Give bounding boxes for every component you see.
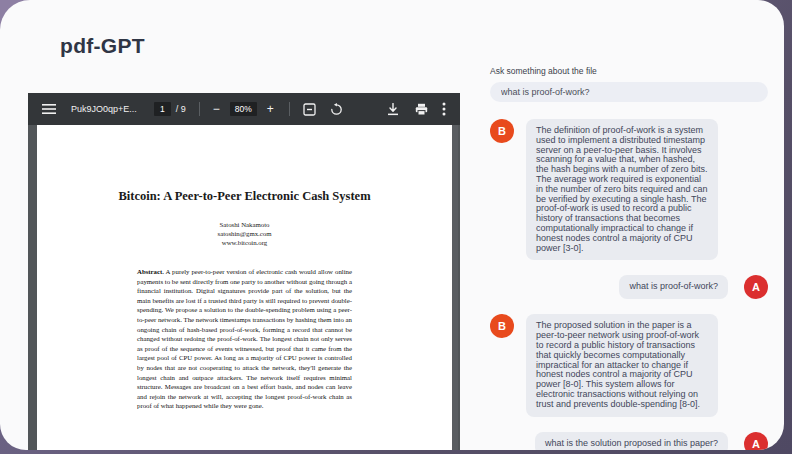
abstract-label: Abstract. bbox=[137, 268, 164, 275]
user-avatar: A bbox=[744, 275, 768, 299]
author-website: www.bitcoin.org bbox=[37, 238, 452, 247]
bot-avatar: B bbox=[490, 314, 514, 338]
chat-bubble: what is the solution proposed in this pa… bbox=[535, 432, 728, 450]
bot-avatar: B bbox=[490, 119, 514, 143]
download-button[interactable] bbox=[385, 101, 401, 118]
fit-page-button[interactable] bbox=[301, 101, 318, 118]
more-options-button[interactable] bbox=[440, 100, 448, 118]
rotate-icon bbox=[330, 103, 343, 116]
rotate-button[interactable] bbox=[328, 101, 345, 118]
page-title: pdf-GPT bbox=[60, 34, 145, 58]
print-button[interactable] bbox=[413, 101, 430, 118]
pdf-viewer: Puk9JO0qp+E... / 9 − 80% + bbox=[28, 93, 460, 450]
zoom-in-button[interactable]: + bbox=[265, 100, 276, 118]
chat-message-bot: BThe definition of proof-of-work is a sy… bbox=[490, 119, 768, 260]
chat-messages: BThe definition of proof-of-work is a sy… bbox=[490, 119, 768, 450]
chat-bubble: The proposed solution in the paper is a … bbox=[526, 314, 718, 416]
author-name: Satoshi Nakamoto bbox=[37, 220, 452, 229]
page-total: / 9 bbox=[176, 104, 186, 114]
chat-message-user: what is proof-of-work?A bbox=[490, 275, 768, 299]
pdf-toolbar: Puk9JO0qp+E... / 9 − 80% + bbox=[28, 93, 460, 125]
fit-page-icon bbox=[303, 103, 316, 116]
chat-message-bot: BThe proposed solution in the paper is a… bbox=[490, 314, 768, 416]
chat-bubble: what is proof-of-work? bbox=[619, 275, 728, 299]
print-icon bbox=[415, 103, 428, 116]
user-avatar: A bbox=[744, 432, 768, 450]
hamburger-icon bbox=[42, 103, 56, 115]
toolbar-divider bbox=[199, 102, 200, 116]
more-options-icon bbox=[442, 102, 446, 116]
document-title: Bitcoin: A Peer-to-Peer Electronic Cash … bbox=[37, 189, 452, 204]
menu-button[interactable] bbox=[40, 101, 58, 117]
zoom-out-button[interactable]: − bbox=[211, 100, 222, 118]
chat-bubble: The definition of proof-of-work is a sys… bbox=[526, 119, 718, 260]
author-email: satoshin@gmx.com bbox=[37, 229, 452, 238]
pdf-page: Bitcoin: A Peer-to-Peer Electronic Cash … bbox=[37, 125, 452, 450]
app-card: pdf-GPT Puk9JO0qp+E... / 9 − 80% + bbox=[0, 0, 784, 450]
pdf-scrollbar[interactable] bbox=[452, 125, 458, 450]
document-authors: Satoshi Nakamoto satoshin@gmx.com www.bi… bbox=[37, 220, 452, 247]
chat-panel: Ask something about the file BThe defini… bbox=[490, 66, 768, 450]
toolbar-divider bbox=[289, 102, 290, 116]
zoom-level: 80% bbox=[230, 102, 257, 116]
chat-message-user: what is the solution proposed in this pa… bbox=[490, 432, 768, 450]
chat-input[interactable] bbox=[490, 82, 768, 102]
chat-prompt-label: Ask something about the file bbox=[490, 66, 768, 76]
page-number-input[interactable] bbox=[154, 102, 171, 116]
plus-icon: + bbox=[267, 102, 274, 116]
download-icon bbox=[387, 103, 399, 116]
minus-icon: − bbox=[213, 102, 220, 116]
document-abstract: Abstract. A purely peer-to-peer version … bbox=[137, 267, 352, 411]
abstract-text: A purely peer-to-peer version of electro… bbox=[137, 268, 352, 409]
pdf-filename: Puk9JO0qp+E... bbox=[71, 104, 137, 114]
